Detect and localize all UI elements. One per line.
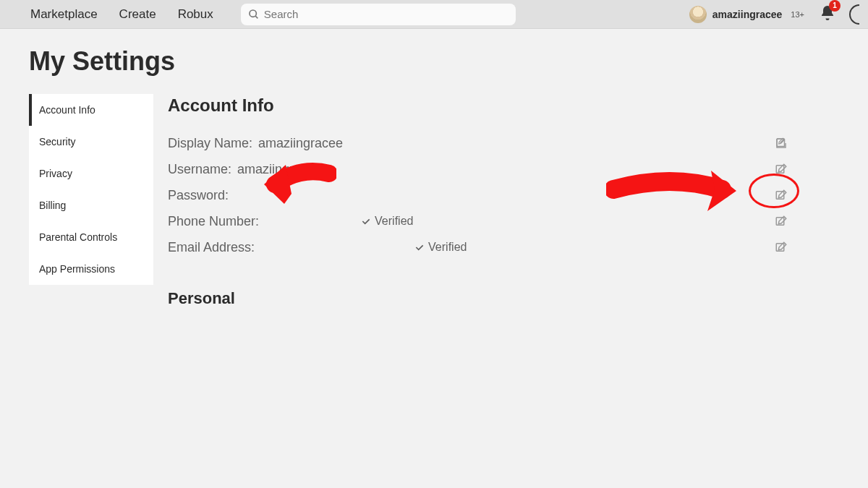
edit-icon [775, 241, 788, 254]
section-account-info-heading: Account Info [168, 95, 868, 116]
sidebar-item-billing[interactable]: Billing [29, 189, 153, 221]
search-icon [248, 9, 260, 20]
sidebar-item-app-permissions[interactable]: App Permissions [29, 253, 153, 285]
check-icon [360, 215, 372, 227]
nav-create[interactable]: Create [119, 7, 156, 22]
edit-display-name-button[interactable] [774, 136, 788, 150]
check-icon [414, 241, 425, 253]
sidebar-item-parental-controls[interactable]: Parental Controls [29, 221, 153, 253]
field-display-name-label: Display Name: amaziingracee [168, 136, 343, 151]
avatar[interactable] [689, 6, 707, 23]
edit-icon [775, 215, 788, 228]
robux-icon[interactable] [849, 4, 859, 25]
field-phone: Phone Number: Verified [168, 208, 868, 234]
search-input[interactable] [264, 8, 509, 20]
edit-email-button[interactable] [774, 240, 788, 254]
nav-marketplace[interactable]: Marketplace [30, 7, 98, 22]
phone-verified: Verified [360, 215, 413, 228]
page-title: My Settings [29, 46, 868, 77]
field-username-label: Username: amaziingracee [168, 162, 322, 177]
top-age-badge: 13+ [791, 10, 804, 19]
search-box[interactable] [241, 4, 516, 25]
field-phone-label: Phone Number: [168, 214, 259, 229]
edit-icon [775, 137, 788, 150]
svg-point-0 [250, 10, 256, 17]
topbar-right: amaziingracee 13+ 1 [689, 4, 859, 25]
edit-phone-button[interactable] [774, 214, 788, 228]
sidebar-item-privacy[interactable]: Privacy [29, 158, 153, 189]
notifications-button[interactable]: 1 [819, 4, 836, 25]
username-value: amaziingracee [237, 162, 322, 177]
annotation-circle [749, 174, 799, 208]
top-username[interactable]: amaziingracee [712, 9, 783, 20]
sidebar-item-account-info[interactable]: Account Info [29, 94, 153, 126]
section-personal-heading: Personal [168, 289, 868, 308]
display-name-value: amaziingracee [258, 136, 343, 151]
notification-badge: 1 [829, 0, 841, 12]
field-email-label: Email Address: [168, 240, 255, 255]
email-verified: Verified [414, 241, 467, 254]
nav-robux[interactable]: Robux [178, 7, 213, 22]
topbar: Marketplace Create Robux amaziingracee 1… [0, 0, 868, 29]
field-display-name: Display Name: amaziingracee [168, 130, 868, 156]
settings-sidebar: Account Info Security Privacy Billing Pa… [29, 94, 153, 285]
svg-line-1 [255, 16, 258, 18]
field-email: Email Address: Verified [168, 234, 868, 260]
sidebar-item-security[interactable]: Security [29, 126, 153, 158]
page: My Settings Account Info Security Privac… [0, 29, 868, 308]
field-password-label: Password: [168, 188, 229, 203]
